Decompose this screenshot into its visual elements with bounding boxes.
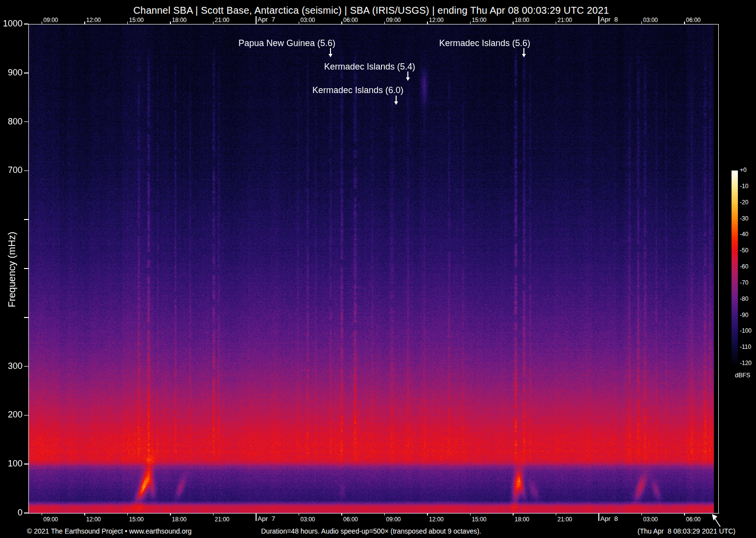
x-tick-label-top: 06:00 — [343, 17, 358, 24]
y-tick — [24, 317, 28, 318]
colorbar-tick-label: -80 — [740, 295, 748, 302]
x-tick-top — [513, 22, 514, 24]
top-axis-line — [28, 24, 719, 25]
x-tick-top — [84, 22, 85, 24]
y-tick — [24, 464, 28, 465]
y-tick — [24, 513, 28, 514]
colorbar-tick-label: -10 — [740, 183, 748, 190]
event-arrow-icon — [407, 72, 408, 77]
x-tick-bottom — [127, 513, 128, 515]
x-tick-top — [384, 22, 385, 24]
x-tick-top — [213, 22, 214, 24]
x-tick-label-top: 15:00 — [129, 17, 143, 24]
x-tick-label-bottom: 03:00 — [643, 516, 658, 523]
x-tick-top — [684, 22, 685, 24]
x-tick-label-bottom: Apr 8 — [600, 515, 618, 522]
x-tick-label-top: 12:00 — [86, 17, 101, 24]
x-tick-label-top: Apr 7 — [258, 16, 275, 23]
x-tick-top — [470, 22, 471, 24]
y-tick — [24, 366, 28, 367]
x-tick-bottom — [684, 513, 685, 515]
chart-title: Channel SBA | Scott Base, Antarctica (se… — [28, 5, 714, 16]
x-tick-bottom — [84, 513, 85, 515]
y-tick — [24, 24, 28, 24]
y-tick-label: 300 — [0, 361, 23, 371]
colorbar-tick-label: -60 — [740, 263, 748, 270]
x-tick-bottom — [598, 513, 599, 521]
y-tick — [24, 268, 28, 269]
x-tick-top — [42, 22, 43, 24]
x-tick-bottom — [641, 513, 642, 515]
x-tick-bottom — [42, 513, 43, 515]
x-tick-top — [427, 22, 428, 24]
y-tick-label: 0 — [0, 508, 23, 518]
colorbar-tick-label: -120 — [740, 360, 752, 367]
x-tick-bottom — [341, 513, 342, 515]
x-tick-bottom — [299, 513, 300, 515]
x-tick-bottom — [427, 513, 428, 515]
x-tick-label-bottom: 21:00 — [214, 516, 229, 523]
axis-end-pointer-arrow — [711, 514, 724, 528]
x-tick-label-bottom: 12:00 — [86, 516, 101, 523]
colorbar-tick-label: -110 — [740, 343, 751, 350]
x-tick-bottom — [256, 513, 257, 521]
x-tick-top — [341, 22, 342, 24]
event-annotation-label: Kermadec Islands (5.6) — [439, 38, 530, 49]
colorbar-tick-label: -90 — [740, 312, 748, 318]
y-tick — [24, 415, 28, 416]
x-tick-bottom — [513, 513, 514, 515]
spectrogram-image — [28, 24, 714, 513]
colorbar-tick-label: +0 — [740, 167, 747, 173]
colorbar-tick-label: -50 — [740, 247, 748, 254]
y-tick-label: 900 — [0, 68, 23, 78]
x-tick-label-top: Apr 8 — [600, 16, 618, 23]
y-tick-label: 200 — [0, 410, 23, 420]
x-tick-label-bottom: 06:00 — [343, 516, 358, 523]
x-tick-label-bottom: 12:00 — [429, 516, 444, 523]
x-tick-label-bottom: 18:00 — [172, 516, 187, 523]
x-tick-label-bottom: Apr 7 — [258, 515, 275, 522]
x-tick-label-top: 09:00 — [386, 17, 401, 24]
x-tick-label-bottom: 18:00 — [515, 516, 529, 523]
x-tick-label-bottom: 21:00 — [557, 516, 572, 523]
spectrogram-figure: Channel SBA | Scott Base, Antarctica (se… — [0, 0, 756, 538]
colorbar-tick-label: -40 — [740, 231, 748, 238]
event-arrow-icon — [523, 48, 524, 54]
x-tick-top — [256, 16, 257, 24]
y-tick — [24, 122, 28, 122]
x-tick-label-top: 06:00 — [686, 17, 701, 24]
event-annotation-label: Papua New Guinea (5.6) — [238, 38, 335, 49]
y-tick-label: 700 — [0, 165, 23, 175]
x-tick-label-top: 21:00 — [557, 17, 572, 24]
x-tick-label-top: 09:00 — [43, 17, 58, 24]
y-tick-label: 100 — [0, 459, 23, 469]
event-annotation-label: Kermadec Islands (6.0) — [312, 85, 403, 96]
colorbar-tick-label: -30 — [740, 215, 748, 222]
x-tick-bottom — [384, 513, 385, 515]
x-tick-top — [170, 22, 171, 24]
x-tick-label-top: 03:00 — [643, 17, 658, 24]
x-tick-label-bottom: 09:00 — [43, 516, 58, 523]
x-tick-label-top: 21:00 — [214, 17, 229, 24]
event-arrow-icon — [396, 96, 397, 101]
event-arrow-icon — [330, 48, 331, 54]
colorbar — [732, 171, 738, 364]
x-tick-top — [299, 22, 300, 24]
x-tick-label-top: 18:00 — [172, 17, 187, 24]
x-tick-bottom — [556, 513, 557, 515]
colorbar-unit-label: dBFS — [735, 372, 750, 379]
y-tick-label: 800 — [0, 117, 23, 127]
x-tick-label-bottom: 06:00 — [686, 516, 701, 523]
x-tick-label-top: 15:00 — [472, 17, 486, 24]
bottom-axis-line — [28, 513, 719, 514]
y-tick — [24, 73, 28, 73]
x-tick-top — [641, 22, 642, 24]
right-axis-line — [718, 24, 719, 513]
colorbar-tick-label: -100 — [740, 327, 752, 334]
x-tick-top — [556, 22, 557, 24]
x-tick-label-bottom: 09:00 — [386, 516, 401, 523]
x-tick-top — [598, 16, 599, 24]
footer-duration: Duration=48 hours. Audio speed-up=500× (… — [28, 527, 714, 535]
event-annotation-label: Kermadec Islands (5.4) — [324, 62, 415, 72]
colorbar-tick-label: -20 — [740, 199, 748, 206]
